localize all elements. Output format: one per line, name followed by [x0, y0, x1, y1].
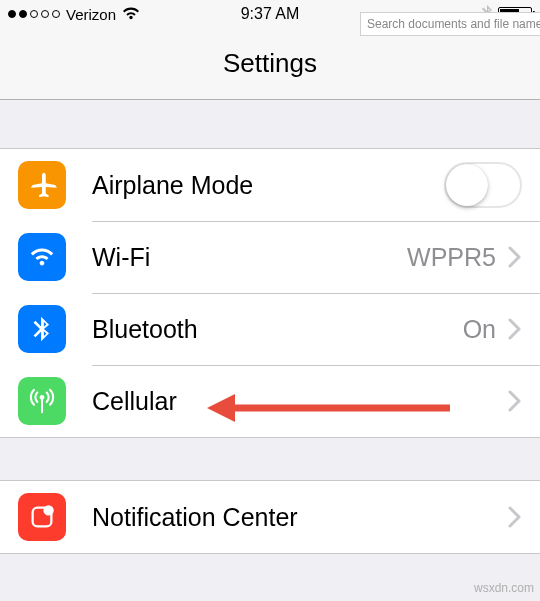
page-title: Settings	[223, 48, 317, 79]
settings-group-notifications: Notification Center	[0, 480, 540, 554]
row-notification-center[interactable]: Notification Center	[0, 481, 540, 553]
wifi-icon	[18, 233, 66, 281]
cellular-icon	[18, 377, 66, 425]
search-placeholder: Search documents and file names fo	[367, 17, 540, 31]
cellular-label: Cellular	[92, 387, 508, 416]
status-left: Verizon	[8, 6, 140, 23]
settings-screen: Verizon 9:37 AM Search documents and fil…	[0, 0, 540, 601]
wifi-status-icon	[122, 6, 140, 23]
nav-bar: Settings	[0, 28, 540, 100]
notification-label: Notification Center	[92, 503, 508, 532]
bluetooth-label: Bluetooth	[92, 315, 463, 344]
airplane-label: Airplane Mode	[92, 171, 444, 200]
row-bluetooth[interactable]: Bluetooth On	[0, 293, 540, 365]
chevron-right-icon	[508, 246, 522, 268]
bluetooth-icon	[18, 305, 66, 353]
notification-center-icon	[18, 493, 66, 541]
row-wifi[interactable]: Wi-Fi WPPR5	[0, 221, 540, 293]
wifi-label: Wi-Fi	[92, 243, 407, 272]
bluetooth-value: On	[463, 315, 496, 344]
row-airplane-mode[interactable]: Airplane Mode	[0, 149, 540, 221]
airplane-toggle[interactable]	[444, 162, 522, 208]
airplane-icon	[18, 161, 66, 209]
search-input[interactable]: Search documents and file names fo	[360, 12, 540, 36]
settings-group-connectivity: Airplane Mode Wi-Fi WPPR5 Bluetooth On C…	[0, 148, 540, 438]
wifi-value: WPPR5	[407, 243, 496, 272]
svg-point-3	[43, 505, 53, 515]
signal-strength-icon	[8, 10, 60, 18]
chevron-right-icon	[508, 506, 522, 528]
carrier-label: Verizon	[66, 6, 116, 23]
chevron-right-icon	[508, 390, 522, 412]
watermark: wsxdn.com	[474, 581, 534, 595]
chevron-right-icon	[508, 318, 522, 340]
row-cellular[interactable]: Cellular	[0, 365, 540, 437]
